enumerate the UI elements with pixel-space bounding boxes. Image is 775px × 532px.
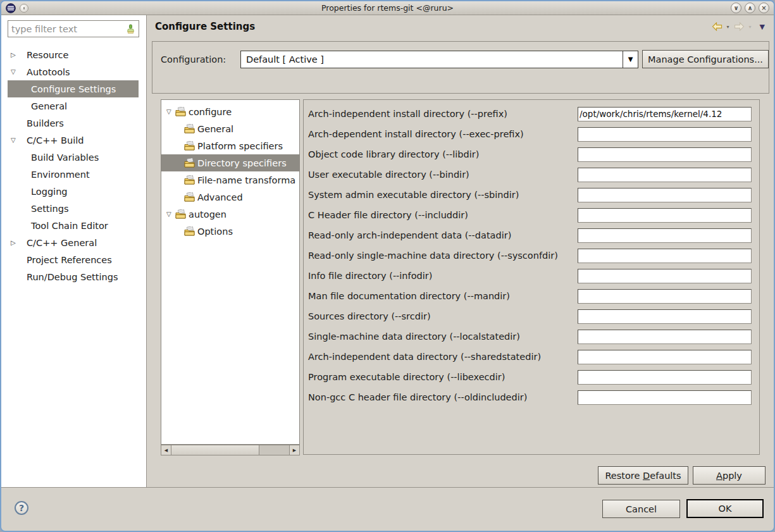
bindir-input[interactable] [578,168,752,182]
field-row-mandir: Man file documentation directory (--mand… [304,286,759,306]
category-folder-icon [184,124,195,133]
tree-item-general[interactable]: General [161,120,299,137]
field-row-datadir: Read-only arch-independent data (--datad… [304,225,759,245]
apply-button[interactable]: Apply [693,466,766,485]
sidebar-item-project-references[interactable]: Project References [8,251,139,268]
mandir-input[interactable] [578,289,752,304]
sidebar-item-label: Builders [27,118,64,128]
forward-history-dropdown-icon[interactable]: ▾ [749,24,752,30]
expanded-arrow-icon[interactable]: ▽ [8,68,27,75]
sidebar-item-environment[interactable]: Environment [8,166,139,183]
combo-dropdown-icon[interactable]: ▼ [623,51,638,68]
sidebar-item-tool-chain-editor[interactable]: Tool Chain Editor [8,217,139,234]
tree-item-configure[interactable]: ▽ configure [161,103,299,120]
filter-input[interactable] [11,24,126,34]
sidebar-item-label: Build Variables [31,152,99,163]
tree-item-label: Advanced [197,192,243,202]
expanded-arrow-icon[interactable]: ▽ [166,108,175,115]
collapsed-arrow-icon[interactable]: ▷ [8,51,27,58]
restore-defaults-button[interactable]: Restore Defaults [598,466,688,485]
sidebar-item-label: Project References [27,255,112,265]
sidebar-item-settings[interactable]: Settings [8,200,139,217]
titlebar[interactable]: Properties for rtems-git <@ruru> ∨ ∧ × [1,1,774,15]
category-folder-icon [175,209,186,219]
oldincludedir-input[interactable] [578,390,752,405]
tree-item-file-name-transformations[interactable]: File-name transforma [161,171,299,189]
field-row-includdir: C Header file directory (--includdir) [304,205,759,225]
tree-item-platform-specifiers[interactable]: Platform specifiers [161,137,299,154]
sidebar-item-label: Resource [27,50,69,60]
tree-item-label: Directory specifiers [197,158,287,168]
forward-arrow-icon[interactable] [734,22,745,31]
field-row-oldincludedir: Non-gcc C header file directory (--oldin… [304,387,759,407]
field-label: System admin executable directory (--sbi… [304,190,578,200]
field-row-prefix: Arch-independent install directory (--pr… [304,104,759,124]
manage-configurations-button[interactable]: Manage Configurations... [642,50,769,68]
srcdir-input[interactable] [578,309,752,324]
exec-prefix-input[interactable] [578,127,752,142]
expanded-arrow-icon[interactable]: ▽ [166,211,175,218]
view-menu-icon[interactable]: ▼ [760,23,765,31]
category-folder-icon [184,141,195,151]
dialog-footer: ? Cancel OK [1,487,774,531]
tree-item-autogen[interactable]: ▽ autogen [161,206,299,223]
sidebar-item-run-debug-settings[interactable]: Run/Debug Settings [8,268,139,285]
sidebar-item-builders[interactable]: Builders [8,114,139,132]
scrollbar-thumb[interactable] [171,445,259,455]
sidebar-item-build-variables[interactable]: Build Variables [8,149,139,166]
back-history-dropdown-icon[interactable]: ▾ [727,24,729,30]
configuration-value: Default [ Active ] [241,54,623,65]
configuration-combo[interactable]: Default [ Active ] ▼ [240,51,638,68]
sidebar-item-resource[interactable]: ▷ Resource [8,46,139,63]
sidebar-item-label: Logging [31,187,68,197]
back-arrow-icon[interactable] [712,22,722,31]
properties-category-tree: ▷ Resource ▽ Autotools Configure Setting… [1,41,146,285]
window-title: Properties for rtems-git <@ruru> [1,3,774,13]
libexecdir-input[interactable] [578,370,752,385]
pin-window-button[interactable] [20,4,28,13]
sharedstatedir-input[interactable] [578,350,752,364]
libdir-input[interactable] [578,147,752,162]
sidebar-item-general[interactable]: General [8,97,139,114]
tree-horizontal-scrollbar[interactable]: ◀ ▶ [161,445,300,455]
sidebar-item-configure-settings[interactable]: Configure Settings [8,80,139,97]
expanded-arrow-icon[interactable]: ▽ [8,137,27,144]
field-label: Arch-dependent install directory (--exec… [304,129,578,139]
clear-filter-brush-icon[interactable] [126,24,135,34]
infodir-input[interactable] [578,269,752,283]
scrollbar-track[interactable] [259,445,289,455]
field-row-srcdir: Sources directory (--srcdir) [304,306,759,326]
collapsed-arrow-icon[interactable]: ▷ [8,239,27,246]
maximize-icon[interactable]: ∧ [745,3,755,13]
ok-button[interactable]: OK [686,499,764,518]
category-folder-icon [184,175,195,185]
sidebar-item-autotools[interactable]: ▽ Autotools [8,63,139,80]
sidebar-item-label: C/C++ General [27,238,97,248]
category-folder-icon [184,192,195,202]
field-row-localstatedir: Single-machine data directory (--localst… [304,326,759,347]
tree-item-options[interactable]: Options [161,223,299,240]
prefix-input[interactable] [578,107,752,121]
minimize-icon[interactable]: ∨ [731,3,741,13]
configuration-group: Configuration: Default [ Active ] ▼ Mana… [152,41,769,94]
scroll-right-icon[interactable]: ▶ [289,445,299,455]
close-icon[interactable]: × [759,3,769,13]
scroll-left-icon[interactable]: ◀ [161,445,171,455]
sysconfdir-input[interactable] [578,249,752,263]
cancel-button[interactable]: Cancel [602,500,680,518]
includdir-input[interactable] [578,208,752,223]
help-icon[interactable]: ? [15,501,28,515]
sidebar-item-cc-build[interactable]: ▽ C/C++ Build [8,132,139,149]
properties-dialog-window: Properties for rtems-git <@ruru> ∨ ∧ × [0,0,775,532]
tree-item-advanced[interactable]: Advanced [161,189,299,206]
sidebar-item-logging[interactable]: Logging [8,183,139,200]
sidebar-item-cc-general[interactable]: ▷ C/C++ General [8,234,139,251]
tree-item-directory-specifiers[interactable]: Directory specifiers [161,154,299,171]
field-label: Man file documentation directory (--mand… [304,291,578,301]
field-row-libexecdir: Program executable directory (--libexecd… [304,367,759,387]
datadir-input[interactable] [578,228,752,243]
sidebar-item-label: Settings [31,204,68,214]
category-folder-icon [184,226,195,236]
sbindir-input[interactable] [578,188,752,202]
localstatedir-input[interactable] [578,330,752,344]
